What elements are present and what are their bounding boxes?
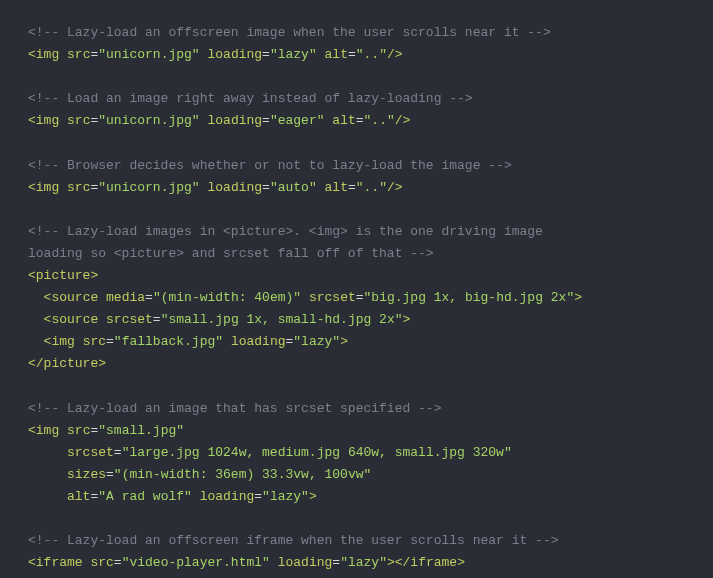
token-eq: = [356, 113, 364, 128]
token-tag: source [51, 290, 98, 305]
token [59, 423, 67, 438]
token-str: "lazy" [262, 489, 309, 504]
code-line [28, 199, 685, 221]
token-tag: source [51, 312, 98, 327]
token [301, 290, 309, 305]
token-pun: ></ [387, 555, 410, 570]
token-eq: = [332, 555, 340, 570]
token-str: "unicorn.jpg" [98, 47, 199, 62]
token-str: "large.jpg 1024w, medium.jpg 640w, small… [122, 445, 512, 460]
comment: <!-- Lazy-load an offscreen iframe when … [28, 533, 559, 548]
token-pun: > [90, 268, 98, 283]
token-tag: img [36, 423, 59, 438]
code-block: <!-- Lazy-load an offscreen image when t… [0, 0, 713, 578]
token-str: ".." [356, 180, 387, 195]
token-str: ".." [356, 47, 387, 62]
token-eq: = [262, 47, 270, 62]
token-attr: alt [67, 489, 90, 504]
token-attr: loading [207, 180, 262, 195]
code-line: <!-- Lazy-load an offscreen iframe when … [28, 530, 685, 552]
token-pun: > [309, 489, 317, 504]
code-line: loading so <picture> and srcset fall off… [28, 243, 685, 265]
token-attr: src [67, 113, 90, 128]
token-tag: img [36, 47, 59, 62]
token [192, 489, 200, 504]
token-str: "lazy" [340, 555, 387, 570]
token-str: "unicorn.jpg" [98, 113, 199, 128]
token-tag: img [51, 334, 74, 349]
token-str: "lazy" [270, 47, 317, 62]
code-line: <iframe src="video-player.html" loading=… [28, 552, 685, 574]
token-attr: src [67, 423, 90, 438]
token-attr: alt [332, 113, 355, 128]
code-line: sizes="(min-width: 36em) 33.3vw, 100vw" [28, 464, 685, 486]
code-line: <picture> [28, 265, 685, 287]
code-line: <!-- Browser decides whether or not to l… [28, 155, 685, 177]
code-line: <source srcset="small.jpg 1x, small-hd.j… [28, 309, 685, 331]
token-attr: loading [207, 47, 262, 62]
token-tag: picture [44, 356, 99, 371]
code-line [28, 376, 685, 398]
token-tag: img [36, 113, 59, 128]
token [317, 47, 325, 62]
token [270, 555, 278, 570]
token-pun: /> [387, 47, 403, 62]
code-line: <!-- Lazy-load an image that has srcset … [28, 398, 685, 420]
token [28, 334, 44, 349]
code-line: <!-- Lazy-load images in <picture>. <img… [28, 221, 685, 243]
token-str: "eager" [270, 113, 325, 128]
token-eq: = [262, 180, 270, 195]
token-attr: loading [200, 489, 255, 504]
token-eq: = [356, 290, 364, 305]
code-line: <img src="small.jpg" [28, 420, 685, 442]
token-tag: img [36, 180, 59, 195]
token [223, 334, 231, 349]
token-str: "video-player.html" [122, 555, 270, 570]
token-pun: </ [28, 356, 44, 371]
token-pun: < [28, 268, 36, 283]
token-str: "fallback.jpg" [114, 334, 223, 349]
token-attr: src [83, 334, 106, 349]
code-line: <!-- Lazy-load an offscreen image when t… [28, 22, 685, 44]
token-pun: < [28, 180, 36, 195]
token [59, 180, 67, 195]
token-eq: = [145, 290, 153, 305]
code-line [28, 132, 685, 154]
token-str: "unicorn.jpg" [98, 180, 199, 195]
token-attr: srcset [309, 290, 356, 305]
token-eq: = [153, 312, 161, 327]
code-line: <img src="unicorn.jpg" loading="eager" a… [28, 110, 685, 132]
code-line: <img src="unicorn.jpg" loading="lazy" al… [28, 44, 685, 66]
token [59, 113, 67, 128]
token-pun: > [340, 334, 348, 349]
token-str: "A rad wolf" [98, 489, 192, 504]
token-tag: iframe [36, 555, 83, 570]
token [28, 489, 67, 504]
token-attr: srcset [106, 312, 153, 327]
comment: <!-- Lazy-load an image that has srcset … [28, 401, 441, 416]
token-attr: src [67, 47, 90, 62]
token [28, 467, 67, 482]
token-pun: < [28, 555, 36, 570]
token-pun: < [28, 423, 36, 438]
token-str: ".." [364, 113, 395, 128]
token-str: "small.jpg" [98, 423, 184, 438]
token-attr: srcset [67, 445, 114, 460]
token-attr: loading [207, 113, 262, 128]
token-attr: loading [231, 334, 286, 349]
token-pun: > [98, 356, 106, 371]
comment: <!-- Lazy-load an offscreen image when t… [28, 25, 551, 40]
token-eq: = [262, 113, 270, 128]
token-pun: > [574, 290, 582, 305]
token-tag: iframe [410, 555, 457, 570]
token [98, 290, 106, 305]
token-pun: < [28, 113, 36, 128]
code-line [28, 508, 685, 530]
token [28, 445, 67, 460]
token-eq: = [114, 555, 122, 570]
code-line: <img src="fallback.jpg" loading="lazy"> [28, 331, 685, 353]
token-tag: picture [36, 268, 91, 283]
token-attr: alt [325, 47, 348, 62]
comment: <!-- Load an image right away instead of… [28, 91, 473, 106]
token [98, 312, 106, 327]
